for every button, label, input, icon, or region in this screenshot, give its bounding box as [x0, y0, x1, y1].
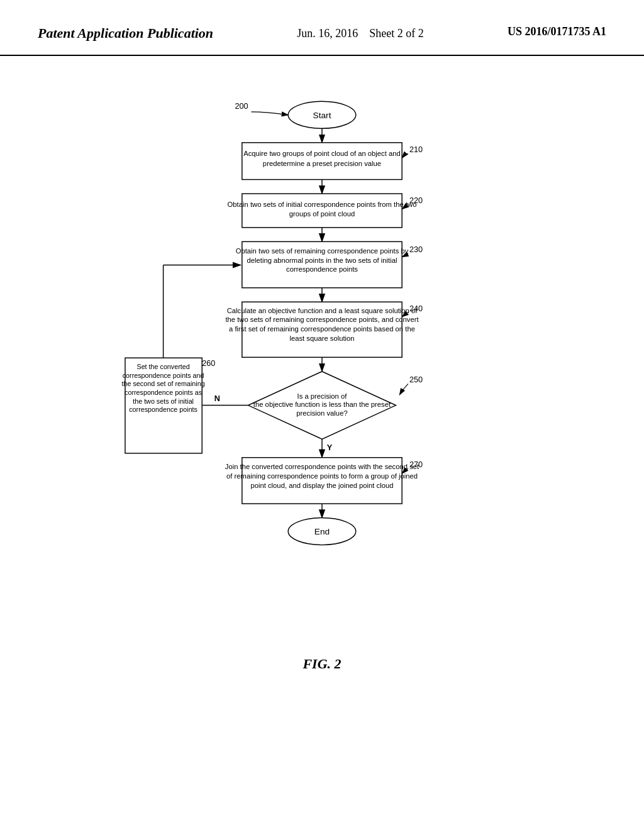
svg-text:Obtain two sets of initial cor: Obtain two sets of initial correspondenc… — [228, 201, 417, 208]
svg-text:Y: Y — [327, 443, 333, 452]
svg-text:Obtain two sets of remaining c: Obtain two sets of remaining corresponde… — [236, 247, 409, 255]
svg-text:Acquire two groups of point cl: Acquire two groups of point cloud of an … — [243, 150, 401, 157]
page-header: Patent Application Publication Jun. 16, … — [0, 0, 644, 56]
svg-text:270: 270 — [409, 460, 423, 469]
svg-text:Set the converted: Set the converted — [136, 363, 189, 370]
svg-text:correspondence points as: correspondence points as — [125, 389, 202, 396]
svg-text:Calculate an objective functio: Calculate an objective function and a le… — [227, 307, 418, 314]
svg-text:240: 240 — [409, 304, 423, 313]
svg-text:the second set of remaining: the second set of remaining — [122, 380, 205, 387]
svg-text:correspondence points and: correspondence points and — [123, 372, 204, 379]
patent-number: US 2016/0171735 A1 — [508, 25, 606, 38]
svg-text:the two sets of remaining corr: the two sets of remaining correspondence… — [225, 316, 419, 323]
flowchart-container: Start 200 Acquire two groups of point cl… — [102, 81, 542, 650]
publication-sheet: Sheet 2 of 2 — [369, 27, 423, 40]
svg-text:250: 250 — [409, 375, 423, 384]
svg-text:End: End — [314, 527, 330, 536]
svg-text:predetermine a preset precisio: predetermine a preset precision value — [263, 160, 381, 167]
publication-date: Jun. 16, 2016 — [297, 27, 358, 40]
svg-text:200: 200 — [235, 101, 248, 111]
svg-text:260: 260 — [202, 358, 215, 368]
svg-text:Is a precision of: Is a precision of — [297, 392, 348, 400]
svg-text:230: 230 — [409, 245, 423, 254]
svg-text:the objective function is less: the objective function is less than the … — [253, 401, 391, 408]
svg-text:N: N — [214, 394, 220, 403]
figure-label: FIG. 2 — [303, 656, 341, 672]
svg-text:the two sets of initial: the two sets of initial — [133, 397, 194, 405]
svg-text:Join the converted corresponde: Join the converted correspondence points… — [225, 463, 419, 470]
svg-text:least square solution: least square solution — [289, 335, 354, 342]
svg-text:correspondence points: correspondence points — [129, 406, 197, 413]
svg-text:210: 210 — [409, 145, 423, 154]
svg-text:precision value?: precision value? — [296, 409, 347, 417]
publication-title: Patent Application Publication — [38, 25, 213, 42]
publication-date-sheet: Jun. 16, 2016 Sheet 2 of 2 — [297, 25, 424, 42]
svg-text:a first set of remaining corre: a first set of remaining correspondence … — [229, 325, 415, 333]
svg-text:of remaining correspondence po: of remaining correspondence points to fo… — [226, 472, 418, 480]
svg-text:point cloud, and display the j: point cloud, and display the joined poin… — [250, 482, 393, 489]
flowchart-svg: Start 200 Acquire two groups of point cl… — [102, 81, 542, 647]
svg-text:220: 220 — [409, 196, 423, 205]
svg-text:groups of point cloud: groups of point cloud — [289, 210, 355, 218]
svg-text:correspondence points: correspondence points — [286, 265, 358, 273]
svg-text:Start: Start — [313, 111, 331, 120]
diagram-area: Start 200 Acquire two groups of point cl… — [0, 56, 644, 697]
svg-text:deleting abnormal points in th: deleting abnormal points in the two sets… — [247, 257, 397, 264]
